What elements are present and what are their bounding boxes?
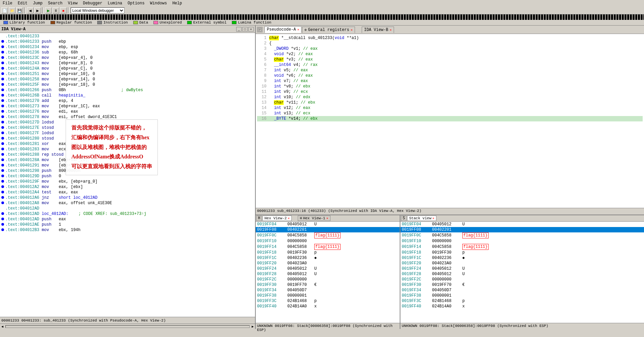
menu-debugger[interactable]: Debugger — [81, 1, 104, 6]
tab-pseudocode-a[interactable]: Pseudocode-A ✕ — [264, 26, 301, 33]
menu-jump[interactable]: Jump — [32, 1, 44, 6]
stack-flag-label2: flag{1111} — [462, 244, 489, 250]
dot — [1, 218, 4, 220]
pseudo-code-text: void *v2; // eax — [269, 51, 313, 57]
pseudo-code-text: char *v3; // eax — [269, 57, 313, 62]
stack-val: 004050D7 — [432, 288, 462, 293]
addr: .text:0040123C mov [ebp+var_4], 0 — [5, 55, 93, 61]
pane-close[interactable]: × — [248, 27, 254, 32]
pseudo-line-10: 10 int *v8; // ebx — [257, 84, 643, 89]
hex-bytes: 00000001 — [287, 293, 314, 298]
right-top-area: 1 char *__stdcall sub_401233(void **a1) … — [256, 34, 644, 215]
pseudo-line-13: 13 char *v11; // ebx — [257, 100, 643, 105]
pseudo-code-text: _DWORD *v1; // eax — [269, 46, 318, 51]
hex-content[interactable]: 0019FF04 00405012 U 0019FF08 00402201 00… — [256, 222, 400, 323]
hex-tab-1[interactable]: H Hex View-1 ✕ — [298, 216, 330, 221]
tb-back[interactable]: ◀ — [27, 7, 34, 13]
hex-bytes: 004C5858 — [287, 244, 314, 250]
dot — [1, 105, 4, 107]
dot — [1, 201, 4, 204]
stack-addr: 0019FF34 — [402, 288, 432, 293]
tb-stop[interactable]: ■ — [60, 7, 67, 13]
menu-file[interactable]: File — [1, 1, 14, 6]
hex-bytes: 00000000 — [287, 277, 314, 282]
scroll-arrow-right[interactable]: ▶ — [250, 325, 255, 329]
dot — [1, 164, 4, 166]
addr: .text:00401288 rep stosd — [5, 152, 64, 157]
addr: .text:004012A4 test eax, eax — [5, 190, 78, 195]
addr: .text:004012A8 mov eax, offset unk_41E30… — [5, 200, 112, 206]
tb-new[interactable]: 📄 — [1, 7, 8, 13]
stack-tab-row: S Stack view ✕ — [400, 215, 644, 222]
pane-minimize[interactable]: _ — [236, 27, 242, 32]
menu-help[interactable]: Help — [171, 1, 183, 6]
hex-tab-2[interactable]: Hex View-2 ✕ — [262, 216, 292, 221]
ida-view-a-title: IDA View-A — [1, 27, 26, 32]
hex-tab-2-close[interactable]: ✕ — [288, 216, 290, 220]
hex-tab-1-close[interactable]: ✕ — [326, 216, 328, 220]
menu-view[interactable]: View — [67, 1, 79, 6]
menu-search[interactable]: Search — [46, 1, 64, 6]
hex-row: 0019FF1C 00402236 ◆ — [256, 255, 400, 261]
code-line: .text:0040126B call heapinitia_ — [0, 93, 255, 98]
legend-unexplored: Unexplored — [153, 21, 182, 25]
code-line: .text:00401258 mov [ebp+var_14], 0 — [0, 77, 255, 82]
scrollbar-track[interactable] — [5, 325, 250, 328]
stack-row: 0019FF24 00405012 U — [400, 266, 644, 271]
left-scrollbar-h[interactable]: ◀ ▶ — [0, 324, 255, 329]
code-line: .text:004012A6 jnz short loc_4012AD — [0, 195, 255, 200]
tb-open[interactable]: 📁 — [9, 7, 15, 13]
hex-char: flag{1111} — [314, 232, 341, 238]
debugger-select[interactable]: Local Windows debugger — [71, 7, 124, 13]
legend-external: External symbol — [187, 21, 226, 25]
hex-char: p — [314, 250, 317, 255]
pseudo-line-3: 3 _DWORD *v1; // eax — [257, 46, 643, 51]
stack-content[interactable]: 0019FF04 00405012 U 0019FF08 00402201 00… — [400, 222, 644, 323]
tab-idab-close[interactable]: ✕ — [390, 28, 392, 32]
pane-restore[interactable]: □ — [242, 27, 248, 32]
hex-bytes: 004023A0 — [287, 261, 314, 266]
line-num: 15 — [257, 111, 266, 116]
hex-status-text: UNKNOWN 0019FF08: Stack[00006358]:0019FF… — [257, 324, 393, 332]
tab-pseudocode-close[interactable]: ✕ — [297, 28, 299, 32]
stack-addr: 0019FF0C — [402, 233, 432, 238]
stack-val: 00402236 — [432, 255, 462, 261]
addr: .text:00401273 mov [ebp+var_1C], eax — [5, 104, 100, 109]
dot — [1, 137, 4, 140]
menu-options[interactable]: Options — [126, 1, 146, 6]
hex-char: p — [314, 298, 317, 304]
tab-regs-close[interactable]: ✕ — [351, 28, 353, 32]
tb-save[interactable]: 💾 — [16, 7, 23, 13]
scroll-arrow-left[interactable]: ◀ — [0, 325, 5, 329]
pseudo-code-text: int v13; // ecx — [269, 111, 310, 116]
menu-windows[interactable]: Windows — [149, 1, 168, 6]
legend-color-lumina — [232, 21, 237, 24]
code-line: .text:00401233 push ebp — [0, 39, 255, 44]
code-line: .text:00401273 mov [ebp+var_1C], eax — [0, 104, 255, 109]
tab-general-regs[interactable]: ⚙ General registers ✕ — [302, 27, 355, 33]
stack-row: 0019FF30 0019FF70 € — [400, 282, 644, 288]
menu-lumina[interactable]: Lumina — [106, 1, 123, 6]
pseudo-area[interactable]: 1 char *__stdcall sub_401233(void **a1) … — [256, 34, 644, 208]
stack-row: 0019FF34 004050D7 — [400, 288, 644, 293]
tb-pause[interactable]: ⏸ — [52, 7, 59, 13]
tb-forward[interactable]: ▶ — [34, 7, 41, 13]
stack-tab-close[interactable]: ✕ — [432, 216, 434, 220]
menu-edit[interactable]: Edit — [16, 1, 29, 6]
tb-run[interactable]: ▶ — [45, 7, 52, 13]
stack-flag-label: flag{1111} — [462, 232, 489, 238]
pseudo-code-text: int v12; // eax — [269, 105, 310, 111]
stack-tab[interactable]: Stack view ✕ — [407, 216, 436, 221]
tb-sep1 — [24, 7, 26, 13]
legend-instruction: Instruction — [97, 21, 128, 25]
regs-icon: ⚙ — [305, 28, 307, 32]
pseudo-code-text: void *v6; // eax — [269, 73, 313, 78]
tab-ida-view-b[interactable]: IDA View-B ✕ — [362, 27, 394, 33]
stack-row: 0019FF28 00405012 U — [400, 271, 644, 277]
hex-bytes: 0019FF70 — [287, 282, 314, 288]
dot — [1, 191, 4, 193]
tab-icon-pseudo — [257, 27, 262, 32]
addr: .text:00401251 mov [ebp+var_10], 0 — [5, 71, 95, 77]
hex-bytes: 00405012 — [287, 222, 314, 227]
code-line: .text:00401236 sub esp, 68h — [0, 50, 255, 55]
